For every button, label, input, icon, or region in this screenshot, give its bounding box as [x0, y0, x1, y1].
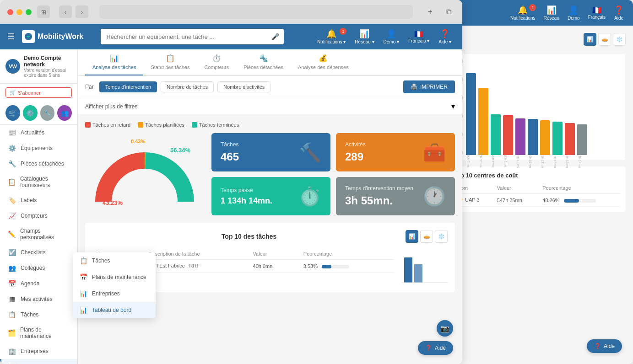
bg-bar: 10h 3mn.	[503, 115, 513, 155]
top-nav: ☰ MobilityWork 🎤 🔔	[0, 24, 462, 49]
bg-bar-label: 9h 14mn	[578, 155, 581, 168]
user-name: Demo Compte network	[24, 55, 72, 68]
bg-help-btn[interactable]: ❓ Aide	[587, 339, 622, 353]
collegues-icon: 👥	[8, 264, 16, 272]
browser-titlebar: ⊞ ‹ › + ⧉	[0, 0, 462, 24]
back-btn[interactable]: ‹	[59, 5, 72, 18]
sidebar-item-catalogues[interactable]: 📋 Catalogues fournisseurs	[0, 171, 77, 193]
moyen-text: Temps d'intervention moyen 3h 55mn.	[345, 185, 413, 207]
close-btn[interactable]	[7, 9, 13, 15]
bg-bar: 9h 16mn	[552, 122, 563, 155]
duplicate-tab-btn[interactable]: ⧉	[442, 5, 455, 18]
ctx-taches[interactable]: 📋 Tâches	[73, 252, 156, 269]
ctx-entreprises-label: Entreprises	[92, 290, 120, 297]
app-logo: MobilityWork	[22, 30, 83, 43]
sidebar-toggle-btn[interactable]: ⊞	[37, 5, 50, 18]
bg-aide[interactable]: ❓ Aide	[610, 3, 628, 22]
new-tab-btn[interactable]: +	[424, 5, 437, 18]
logo-svg	[24, 32, 33, 41]
help-fab-btn[interactable]: ❓ Aide	[418, 341, 453, 355]
hamburger-btn[interactable]: ☰	[7, 32, 15, 42]
ctx-plans-label: Plans de maintenance	[92, 274, 146, 280]
col-pct: Pourcentage	[539, 182, 620, 194]
sidebar: VW Demo Compte network Votre version d'e…	[0, 49, 78, 364]
svg-rect-1	[404, 257, 412, 283]
sub-tab-nombre-activites[interactable]: Nombre d'activités	[217, 81, 271, 92]
pie-chart-btn[interactable]: 🥧	[598, 33, 611, 46]
sidebar-item-equipements[interactable]: ⚙️ Équipements	[0, 140, 77, 156]
main-layout: VW Demo Compte network Votre version d'e…	[0, 49, 462, 364]
sidebar-item-actualites[interactable]: 📰 Actualités	[0, 125, 77, 140]
sidebar-icon-gear[interactable]: 🔧	[40, 105, 55, 121]
camera-fab-btn[interactable]: 📷	[437, 320, 453, 337]
tab-depenses[interactable]: 💰 Analyse des dépenses	[291, 49, 356, 75]
filter-toggle-btn[interactable]: Afficher plus de filtres	[85, 103, 138, 110]
reseau-btn[interactable]: 📊 Réseau ▾	[351, 27, 378, 46]
chart-bar-btn[interactable]: 📊	[406, 230, 418, 243]
sidebar-icon-people[interactable]: 👥	[57, 105, 72, 121]
stat-cards-grid: Tâches 465 🔨 Activités 289	[211, 133, 455, 215]
user-info: Demo Compte network Votre version d'essa…	[24, 55, 72, 78]
row-pct: 48.26%	[539, 194, 620, 207]
sidebar-icon-tasks[interactable]: 🛒	[5, 105, 20, 121]
ctx-entreprises[interactable]: 📊 Entreprises	[73, 285, 156, 302]
sidebar-nav: 📰 Actualités ⚙️ Équipements 🔧 Pièces dét…	[0, 125, 77, 364]
sidebar-item-champs[interactable]: ✏️ Champs personnalisés	[0, 224, 77, 245]
chart-snow-btn[interactable]: ❄️	[435, 230, 448, 243]
actualites-icon: 📰	[8, 129, 16, 136]
sidebar-item-checklists[interactable]: ☑️ Checklists	[0, 245, 77, 260]
notification-icon: 🔔	[518, 5, 528, 15]
snowflake-btn[interactable]: ❄️	[613, 33, 626, 46]
search-bar[interactable]: 🎤	[101, 29, 284, 44]
sidebar-icon-wrench[interactable]: ⚙️	[23, 105, 38, 121]
fr-flag-icon: 🇫🇷	[414, 30, 423, 38]
lang-btn[interactable]: 🇫🇷 Français ▾	[405, 28, 433, 45]
ctx-plans[interactable]: 📅 Plans de maintenance	[73, 269, 156, 285]
sub-tab-nombre-taches[interactable]: Nombre de tâches	[161, 81, 214, 92]
bottom-title: Top 10 des tâches	[92, 233, 406, 240]
chart-pie-btn[interactable]: 🥧	[420, 230, 433, 243]
bg-bar-chart: 40h 0mn.30h 30mn.10h 8mn.10h 3mn.9h 18mn…	[466, 59, 620, 155]
notifications-btn[interactable]: 🔔 1 Notifications ▾	[314, 27, 349, 46]
subscribe-btn[interactable]: 🛒 S'abonner	[5, 87, 72, 98]
search-input[interactable]	[101, 29, 284, 44]
tab-compteurs[interactable]: ⏱️ Compteurs	[197, 49, 236, 75]
url-bar[interactable]	[99, 5, 413, 19]
sidebar-item-compteurs[interactable]: 📈 Compteurs	[0, 208, 77, 224]
compteurs-icon: 📈	[8, 212, 16, 219]
sidebar-item-activites[interactable]: ▦ Mes activités	[0, 291, 77, 307]
print-btn[interactable]: 🖨️ IMPRIMER	[403, 80, 455, 93]
sidebar-item-labels[interactable]: 🏷️ Labels	[0, 193, 77, 208]
temps-card-icon: ⏱️	[298, 186, 321, 207]
sidebar-item-pieces[interactable]: 🔧 Pièces détachées	[0, 156, 77, 171]
sidebar-item-agenda[interactable]: 📅 Agenda	[0, 276, 77, 291]
tab-analyse-taches[interactable]: 📊 Analyse des tâches	[85, 49, 143, 75]
temps-text: Temps passé 1 134h 14mn.	[221, 187, 272, 206]
context-menu: 📋 Tâches 📅 Plans de maintenance 📊 Entrep…	[73, 252, 156, 318]
bg-reseau[interactable]: 📊 Réseau	[540, 3, 563, 22]
sidebar-item-tableau[interactable]: 📊 Tableau de bord	[0, 359, 77, 364]
sidebar-item-taches[interactable]: 📋 Tâches	[0, 307, 77, 322]
bar-chart-btn[interactable]: 📊	[584, 33, 596, 46]
tab-pieces[interactable]: 🔩 Pièces détachées	[236, 49, 291, 75]
bg-lang[interactable]: 🇫🇷 Français	[584, 4, 609, 21]
ctx-tableau[interactable]: 📊 Tableau de bord	[73, 302, 156, 318]
ctx-tableau-label: Tableau de bord	[92, 307, 131, 313]
demo-btn[interactable]: 👤 Demo ▾	[380, 27, 403, 46]
forward-btn[interactable]: ›	[76, 5, 88, 18]
sidebar-item-collegues[interactable]: 👥 Collègues	[0, 260, 77, 276]
legend-dot-green	[192, 122, 197, 128]
sub-tab-temps[interactable]: Temps d'intervention	[99, 81, 157, 92]
sidebar-item-plans[interactable]: 🗂️ Plans de maintenance	[0, 322, 77, 343]
maximize-btn[interactable]	[26, 9, 32, 15]
tab-statut-taches[interactable]: 📋 Statut des tâches	[143, 49, 197, 75]
bg-data-table: Nom Valeur Pourcentage ⭐ UAP 3 547h 25mn…	[454, 182, 620, 207]
bg-demo[interactable]: 👤 Demo	[564, 3, 584, 22]
lang-label: Français ▾	[408, 38, 429, 43]
user-header: VW Demo Compte network Votre version d'e…	[5, 55, 72, 78]
pieces-icon: 🔧	[8, 160, 16, 167]
bg-notifications[interactable]: 🔔 Notifications 1	[507, 3, 539, 22]
aide-btn[interactable]: ❓ Aide ▾	[435, 27, 455, 46]
sidebar-item-entreprises[interactable]: 🏢 Entreprises	[0, 343, 77, 359]
minimize-btn[interactable]	[16, 9, 22, 15]
